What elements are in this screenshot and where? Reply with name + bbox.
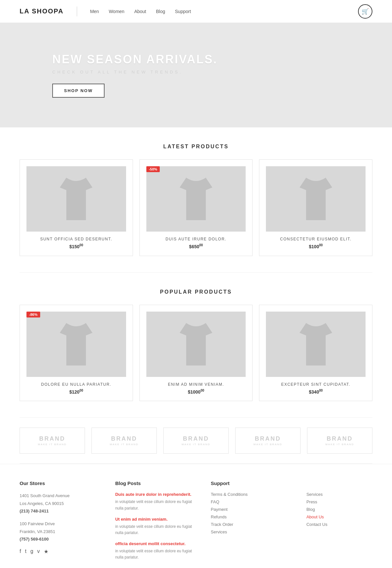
product-card[interactable]: -86% DOLORE EU NULLA PARIATUR. $12000: [20, 305, 133, 401]
nav-blog[interactable]: Blog: [156, 9, 165, 14]
brand-box[interactable]: BRAND MAKE IT BRAND: [235, 428, 301, 454]
footer-address-2: 100 Fairview DriveFranklin, VA 23851 (75…: [20, 520, 102, 543]
support-link[interactable]: FAQ: [211, 499, 293, 504]
footer-blog-title: Blog Posts: [115, 480, 198, 486]
extra-link[interactable]: Contact Us: [306, 522, 372, 527]
blog-post-text-3: in voluptate velit esse cillum dolore eu…: [115, 548, 198, 560]
popular-products-title: POPULAR PRODUCTS: [20, 289, 372, 295]
footer-phone-1: (213) 748-2411: [20, 509, 49, 513]
product-image: [146, 166, 246, 232]
product-name: DOLORE EU NULLA PARIATUR.: [26, 382, 126, 387]
product-card[interactable]: SUNT OFFICIA SED DESERUNT. $15000: [20, 159, 133, 256]
product-image: [266, 312, 366, 377]
cart-icon: 🛒: [362, 8, 369, 15]
product-card[interactable]: EXCEPTEUR SINT CUPIDATAT. $34000: [259, 305, 372, 401]
support-link[interactable]: Track Order: [211, 522, 293, 527]
product-image: [26, 312, 126, 377]
nav-men[interactable]: Men: [90, 9, 99, 14]
blog-post-title-1[interactable]: Duis aute irure dolor in reprehenderit.: [115, 492, 198, 497]
brand-box[interactable]: BRAND MAKE IT BRAND: [163, 428, 229, 454]
brands-section: BRAND MAKE IT BRAND BRAND MAKE IT BRAND …: [0, 418, 392, 463]
brand-sub: MAKE IT BRAND: [38, 443, 67, 446]
nav-support[interactable]: Support: [175, 9, 191, 14]
support-links: Terms & Conditions FAQ Payment Refunds T…: [211, 492, 293, 534]
brand-label: BRAND: [255, 435, 281, 442]
logo[interactable]: LA SHOOPA: [20, 8, 64, 15]
footer-address-1: 1401 South Grand AvenueLos Angeles, CA 9…: [20, 492, 102, 515]
twitter-icon[interactable]: t: [25, 548, 26, 555]
hero-subtitle: CHECK OUT ALL THE NEW TRENDS.: [52, 70, 340, 74]
extra-link[interactable]: Blog: [306, 507, 372, 512]
brand-label: BRAND: [39, 435, 65, 442]
footer-blog-col: Blog Posts Duis aute irure dolor in repr…: [115, 480, 198, 566]
discount-badge: -50%: [146, 166, 160, 172]
brand-label: BRAND: [183, 435, 209, 442]
product-card[interactable]: CONSECTETUR EIUSMOD ELIT. $10000: [259, 159, 372, 256]
product-name: EXCEPTEUR SINT CUPIDATAT.: [266, 382, 366, 387]
product-price: $12000: [26, 389, 126, 395]
brand-box[interactable]: BRAND MAKE IT BRAND: [20, 428, 85, 454]
support-link[interactable]: Payment: [211, 507, 293, 512]
product-image: [26, 166, 126, 232]
brand-label: BRAND: [327, 435, 353, 442]
latest-products-title: LATEST PRODUCTS: [20, 144, 372, 150]
product-price: $15000: [26, 243, 126, 249]
nav-women[interactable]: Women: [109, 9, 124, 14]
extra-link[interactable]: Services: [306, 492, 372, 497]
popular-products-section: POPULAR PRODUCTS -86% DOLORE EU NULLA PA…: [0, 273, 392, 418]
brand-box[interactable]: BRAND MAKE IT BRAND: [91, 428, 157, 454]
product-card[interactable]: ENIM AD MINIM VENIAM. $100000: [139, 305, 253, 401]
blog-post-text-2: in voluptate velit esse cillum dolore eu…: [115, 524, 198, 536]
hero-section: NEW SEASON ARRIVALS. CHECK OUT ALL THE N…: [0, 23, 392, 127]
nav-about[interactable]: About: [134, 9, 146, 14]
product-name: SUNT OFFICIA SED DESERUNT.: [26, 237, 126, 241]
facebook-icon[interactable]: f: [20, 548, 21, 555]
product-price: $65000: [146, 243, 246, 249]
header: LA SHOOPA Men Women About Blog Support 🛒: [0, 0, 392, 23]
blog-post-text-1: in voluptate velit esse cillum dolore eu…: [115, 499, 198, 511]
google-icon[interactable]: g: [30, 548, 33, 555]
support-link[interactable]: Services: [211, 529, 293, 534]
popular-products-grid: -86% DOLORE EU NULLA PARIATUR. $12000 EN…: [20, 305, 372, 401]
extra-link-about-us[interactable]: About Us: [306, 514, 372, 519]
vimeo-icon[interactable]: v: [37, 548, 40, 555]
product-name: ENIM AD MINIM VENIAM.: [146, 382, 246, 387]
brand-sub: MAKE IT BRAND: [253, 443, 282, 446]
footer-right-links: Services Press Blog About Us Contact Us: [306, 492, 372, 527]
footer-support-title: Support: [211, 480, 293, 486]
header-divider: [77, 7, 77, 16]
support-link[interactable]: Refunds: [211, 514, 293, 519]
product-price: $34000: [266, 389, 366, 395]
discount-badge: -86%: [26, 312, 40, 317]
rss-icon[interactable]: ★: [44, 548, 48, 555]
product-image: [146, 312, 246, 377]
product-image: [266, 166, 366, 232]
footer-phone-2: (757) 569-6100: [20, 537, 49, 542]
blog-post-title-3[interactable]: officia deserunt mollit consectetur.: [115, 541, 198, 546]
brand-sub: MAKE IT BRAND: [110, 443, 139, 446]
product-price: $100000: [146, 389, 246, 395]
main-nav: Men Women About Blog Support: [90, 9, 358, 14]
footer-stores-title: Our Stores: [20, 480, 102, 486]
hero-title: NEW SEASON ARRIVALS.: [52, 53, 340, 66]
footer-stores-col: Our Stores 1401 South Grand AvenueLos An…: [20, 480, 102, 566]
product-card[interactable]: -50% DUIS AUTE IRURE DOLOR. $65000: [139, 159, 253, 256]
product-price: $10000: [266, 243, 366, 249]
brand-label: BRAND: [111, 435, 137, 442]
brand-sub: MAKE IT BRAND: [182, 443, 210, 446]
latest-products-grid: SUNT OFFICIA SED DESERUNT. $15000 -50% D…: [20, 159, 372, 256]
support-link[interactable]: Terms & Conditions: [211, 492, 293, 497]
footer-extra-col: - Services Press Blog About Us Contact U…: [306, 480, 372, 566]
product-name: CONSECTETUR EIUSMOD ELIT.: [266, 237, 366, 241]
blog-post-title-2[interactable]: Ut enim ad minim veniam.: [115, 517, 198, 522]
product-name: DUIS AUTE IRURE DOLOR.: [146, 237, 246, 241]
shop-now-button[interactable]: SHOP NOW: [52, 84, 105, 98]
footer-social: f t g v ★: [20, 548, 102, 555]
brand-sub: MAKE IT BRAND: [325, 443, 354, 446]
latest-products-section: LATEST PRODUCTS SUNT OFFICIA SED DESERUN…: [0, 127, 392, 272]
footer: Our Stores 1401 South Grand AvenueLos An…: [0, 464, 392, 568]
cart-button[interactable]: 🛒: [358, 4, 372, 19]
brand-box[interactable]: BRAND MAKE IT BRAND: [307, 428, 372, 454]
extra-link[interactable]: Press: [306, 499, 372, 504]
footer-support-col: Support Terms & Conditions FAQ Payment R…: [211, 480, 293, 566]
